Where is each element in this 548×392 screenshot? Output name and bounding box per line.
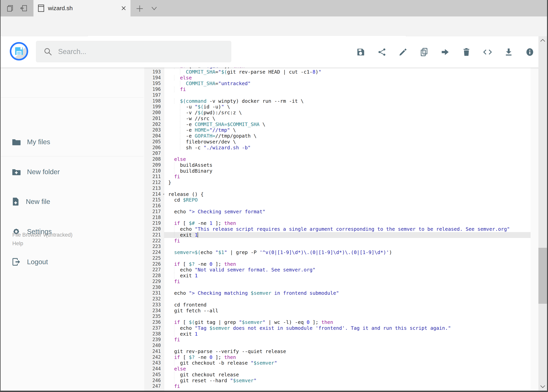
code-line-content: fi [164,86,531,92]
scroll-down-icon[interactable] [540,384,546,389]
code-line[interactable]: 199-u "$(id -u)" \ [144,104,531,110]
move-button[interactable] [435,41,456,63]
code-line[interactable]: 241git rev-parse --verify --quiet releas… [144,349,531,354]
code-line[interactable]: 202-e COMMIT_SHA=$COMMIT_SHA \ [144,121,531,127]
browser-navbar: filebrowser.web/files/wizard.sh [0,16,548,36]
copy-button[interactable] [414,41,435,63]
code-line[interactable]: 209buildAssets [144,162,531,168]
line-number: 243 [144,360,164,366]
browser-tab[interactable]: wizard.sh [34,0,131,16]
code-line[interactable]: 234git fetch --all [144,308,531,314]
code-line[interactable]: 206sh -c "./wizard.sh -b" [144,145,531,151]
tab-list-chevron-icon[interactable] [150,5,158,12]
code-line[interactable]: 240 [144,343,531,349]
code-line[interactable]: 194else [144,75,531,81]
code-line[interactable]: 221exit 1 [144,232,531,238]
file-browser-logo[interactable] [10,42,28,61]
code-line-content: git reset --hard "$semver" [164,378,531,384]
code-line[interactable]: 231echo "> Checking matching $semver in … [144,290,531,296]
code-line[interactable]: 203-e HOME="//tmp" \ [144,127,531,133]
code-line[interactable]: 201-w //src \ [144,116,531,121]
code-line[interactable]: 192if [ -d ".git" ]; then [144,68,531,69]
code-editor[interactable]: 192if [ -d ".git" ]; then193COMMIT_SHA="… [144,68,531,391]
code-line[interactable]: 200-v /$(pwd):/src:z \ [144,110,531,116]
code-line[interactable]: 212} [144,180,531,186]
code-line[interactable]: 220echo "This release script requires a … [144,226,531,232]
sidebar-item-new-folder[interactable]: New folder [0,162,144,181]
tab-preview-icon[interactable] [6,4,14,12]
code-line[interactable]: 224semver=$(echo "$1" | grep -P '^v(0|[1… [144,250,531,255]
line-number: 219 [144,220,164,226]
line-number: 223 [144,244,164,250]
search-input[interactable] [58,47,231,56]
code-line[interactable]: 217echo "> Checking semver format" [144,209,531,215]
code-line[interactable]: 226if [ $? -ne 0 ]; then [144,261,531,267]
code-line[interactable]: 210buildBinary [144,168,531,174]
line-number: 198 [144,98,164,104]
info-button[interactable] [519,41,540,63]
code-line[interactable]: 205filebrowser/dev \ [144,139,531,145]
code-button[interactable] [477,41,498,63]
delete-button[interactable] [456,41,477,63]
code-line[interactable]: 232 [144,296,531,302]
code-line[interactable]: 236if [ $(git tag | grep "$semver" | wc … [144,319,531,325]
code-line[interactable]: 247fi [144,383,531,389]
code-line[interactable]: 197 [144,92,531,98]
scroll-up-icon[interactable] [540,38,546,43]
tab-title: wizard.sh [48,5,121,12]
code-line[interactable]: 211fi [144,174,531,180]
code-line[interactable]: 230 [144,285,531,290]
code-line[interactable]: 207 [144,150,531,156]
code-line[interactable]: 193COMMIT_SHA="$(git rev-parse HEAD | cu… [144,69,531,75]
code-line[interactable]: 233cd frontend [144,302,531,308]
code-line[interactable]: 198$(command -v winpty) docker run --rm … [144,98,531,104]
indent-guide [180,110,180,116]
sidebar-item-new-file[interactable]: New file [0,192,144,211]
code-line[interactable]: 218 [144,215,531,221]
share-button[interactable] [371,41,392,63]
code-line[interactable]: 214▾release () { [144,191,531,197]
vertical-scrollbar[interactable] [538,36,547,391]
code-line-content: else [164,156,531,162]
close-tab-icon[interactable] [121,5,127,11]
code-line[interactable]: 223 [144,244,531,250]
save-button[interactable] [350,41,371,63]
code-line[interactable]: 244else [144,366,531,372]
code-line[interactable]: 216 [144,203,531,209]
code-line[interactable]: 195COMMIT_SHA="untracked" [144,81,531,86]
code-line[interactable]: 225 [144,255,531,261]
line-number: 241 [144,349,164,354]
sidebar-item-my-files[interactable]: My files [0,133,144,151]
code-line[interactable]: 246git reset --hard "$semver" [144,378,531,384]
line-number: 205 [144,139,164,145]
code-line[interactable]: 213 [144,186,531,191]
download-button[interactable] [498,41,519,63]
code-line[interactable]: 242if [ $? -ne 0 ]; then [144,354,531,360]
code-line[interactable]: 243git checkout -b release "$semver" [144,360,531,366]
edit-button[interactable] [392,41,414,63]
code-line[interactable]: 215cd $REPO [144,197,531,203]
scrollbar-thumb[interactable] [538,248,547,304]
set-tabs-aside-icon[interactable] [20,4,28,12]
code-line[interactable]: 204-e GOPATH=//tmp/gopath \ [144,133,531,139]
code-line[interactable]: 245git checkout release [144,372,531,378]
code-line[interactable]: 229fi [144,279,531,285]
line-number: 244 [144,366,164,372]
code-line[interactable]: 227echo "Not valid semver format. See se… [144,267,531,273]
line-number: 238 [144,331,164,337]
code-line[interactable]: 235 [144,314,531,319]
code-line[interactable]: 239fi [144,337,531,343]
code-line[interactable]: 222fi [144,238,531,244]
sidebar-item-logout[interactable]: Logout [0,252,144,271]
code-line[interactable]: 196fi [144,86,531,92]
line-number: 239 [144,337,164,343]
code-line[interactable]: 208else [144,156,531,162]
code-line[interactable]: 237echo "Tag $semver does not exist in s… [144,325,531,331]
code-line[interactable]: 228exit 1 [144,273,531,279]
new-tab-icon[interactable] [135,4,144,13]
line-number: 233 [144,302,164,308]
search-bar[interactable] [36,41,231,62]
code-line[interactable]: 238exit 1 [144,331,531,337]
help-link[interactable]: Help [12,239,73,248]
code-line[interactable]: 219if [ $# -ne 1 ]; then [144,220,531,226]
